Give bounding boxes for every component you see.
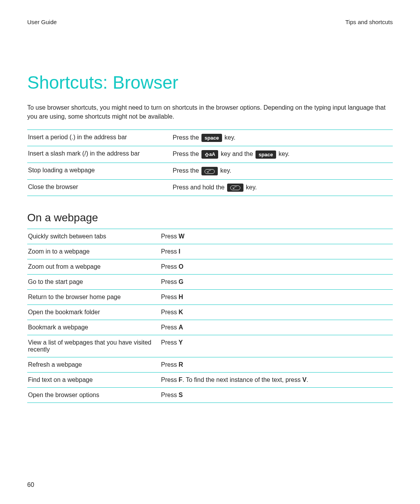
key-letter: V: [302, 376, 306, 383]
key-letter: A: [178, 324, 183, 331]
key-space-icon: space: [256, 150, 276, 159]
key-letter: K: [178, 309, 183, 315]
key-letter: Y: [178, 339, 183, 346]
key-letter: O: [178, 263, 183, 270]
table-row: Go to the start pagePress G: [27, 275, 393, 290]
shortcut-keys: Press W: [160, 229, 393, 244]
shortcut-action: Quickly switch between tabs: [27, 229, 160, 244]
table-row: Zoom in to a webpagePress I: [27, 244, 393, 259]
shortcut-action: View a list of webpages that you have vi…: [27, 335, 160, 357]
table-row: Close the browserPress and hold the key.: [27, 179, 393, 196]
shortcut-keys: Press the aA key and the space key.: [172, 146, 393, 163]
shortcuts-table-general: Insert a period (.) in the address barPr…: [27, 130, 393, 196]
shortcut-keys: Press the key.: [172, 163, 393, 179]
key-letter: W: [178, 233, 184, 240]
shortcut-action: Refresh a webpage: [27, 357, 160, 373]
shortcut-keys: Press K: [160, 305, 393, 320]
header-left: User Guide: [27, 19, 57, 25]
shortcut-action: Open the browser options: [27, 388, 160, 403]
shortcut-keys: Press O: [160, 259, 393, 275]
svg-rect-0: [205, 169, 215, 173]
table-row: Quickly switch between tabsPress W: [27, 229, 393, 244]
page-header: User Guide Tips and shortcuts: [27, 19, 393, 25]
page-number: 60: [27, 481, 34, 488]
shortcut-action: Zoom out from a webpage: [27, 259, 160, 275]
header-right: Tips and shortcuts: [345, 19, 393, 25]
shortcut-action: Find text on a webpage: [27, 373, 160, 388]
table-row: Open the browser optionsPress S: [27, 388, 393, 403]
key-shift-icon: aA: [201, 150, 218, 159]
shortcut-action: Stop loading a webpage: [27, 163, 172, 179]
shortcut-action: Zoom in to a webpage: [27, 244, 160, 259]
shortcut-keys: Press A: [160, 320, 393, 335]
shortcut-keys: Press R: [160, 357, 393, 373]
key-letter: H: [178, 294, 183, 300]
section-heading-on-a-webpage: On a webpage: [27, 212, 393, 224]
page: User Guide Tips and shortcuts Shortcuts:…: [0, 0, 420, 504]
shortcut-action: Insert a period (.) in the address bar: [27, 130, 172, 146]
table-row: Stop loading a webpagePress the key.: [27, 163, 393, 179]
shortcut-keys: Press Y: [160, 335, 393, 357]
shortcut-action: Close the browser: [27, 179, 172, 196]
shortcut-keys: Press the space key.: [172, 130, 393, 146]
shortcut-keys: Press S: [160, 388, 393, 403]
table-row: Find text on a webpagePress F. To find t…: [27, 373, 393, 388]
key-letter: F: [178, 376, 182, 383]
shortcut-action: Open the bookmark folder: [27, 305, 160, 320]
key-letter: I: [178, 248, 180, 255]
shortcut-action: Go to the start page: [27, 275, 160, 290]
shortcut-action: Insert a slash mark (/) in the address b…: [27, 146, 172, 163]
shortcut-keys: Press H: [160, 290, 393, 305]
page-title: Shortcuts: Browser: [27, 72, 393, 93]
shortcut-keys: Press G: [160, 275, 393, 290]
table-row: Insert a slash mark (/) in the address b…: [27, 146, 393, 163]
table-row: View a list of webpages that you have vi…: [27, 335, 393, 357]
table-row: Open the bookmark folderPress K: [27, 305, 393, 320]
table-row: Bookmark a webpagePress A: [27, 320, 393, 335]
key-back-icon: [201, 167, 218, 175]
table-row: Insert a period (.) in the address barPr…: [27, 130, 393, 146]
intro-paragraph: To use browser shortcuts, you might need…: [27, 103, 393, 121]
table-row: Zoom out from a webpagePress O: [27, 259, 393, 275]
shortcut-action: Bookmark a webpage: [27, 320, 160, 335]
table-row: Refresh a webpagePress R: [27, 357, 393, 373]
shortcut-keys: Press I: [160, 244, 393, 259]
shortcut-keys: Press F. To find the next instance of th…: [160, 373, 393, 388]
shortcuts-table-webpage: Quickly switch between tabsPress WZoom i…: [27, 229, 393, 403]
key-letter: S: [178, 392, 183, 398]
shortcut-keys: Press and hold the key.: [172, 179, 393, 196]
shortcut-action: Return to the browser home page: [27, 290, 160, 305]
svg-rect-1: [230, 186, 240, 190]
key-back-icon: [227, 184, 243, 192]
key-space-icon: space: [201, 134, 222, 142]
key-letter: R: [178, 361, 183, 368]
key-letter: G: [178, 278, 183, 285]
table-row: Return to the browser home pagePress H: [27, 290, 393, 305]
